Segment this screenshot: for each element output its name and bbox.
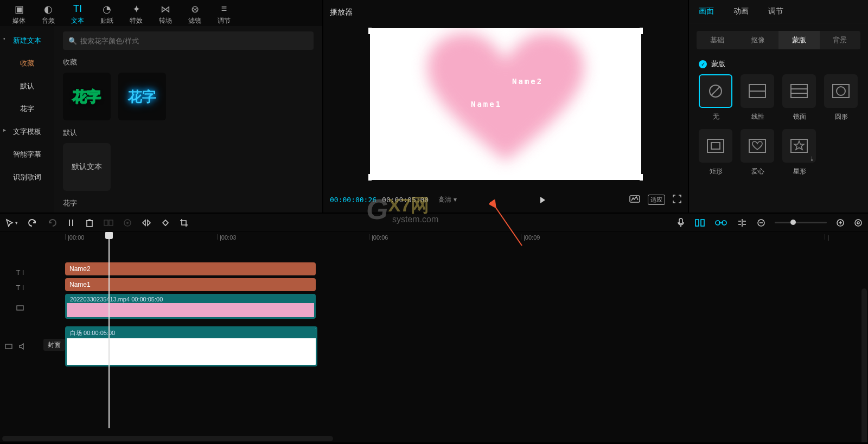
text-icon: TI <box>73 3 82 15</box>
svg-rect-16 <box>109 220 113 226</box>
sidebar-flower[interactable]: 花字 <box>0 98 54 120</box>
cover-button[interactable]: 封面 <box>43 339 65 351</box>
preview-canvas[interactable]: Name1 Name2 <box>370 28 641 180</box>
clip-video[interactable]: 20220330235413.mp4 00:00:05:00 <box>65 294 316 319</box>
section-favorites-title: 收藏 <box>63 57 314 67</box>
time-ruler[interactable]: |00:00 |00:03 |00:06 |00:09 | <box>0 232 864 244</box>
rotate-button[interactable] <box>161 218 170 227</box>
svg-point-30 <box>855 220 861 226</box>
mask-linear[interactable] <box>741 74 774 108</box>
canvas-text-name2[interactable]: Name2 <box>512 77 543 86</box>
timeline-toolbar: ▾ <box>0 213 868 232</box>
delete-button[interactable] <box>85 218 94 227</box>
redo-button[interactable] <box>47 218 57 227</box>
mask-circle[interactable] <box>824 74 858 108</box>
tab-filter[interactable]: ⊛滤镜 <box>180 2 209 26</box>
fav-style-2[interactable]: 花字 <box>118 73 166 120</box>
zoom-in[interactable] <box>837 219 844 227</box>
mask-label: 蒙版 <box>711 59 725 69</box>
undo-button[interactable] <box>28 218 37 227</box>
link-button[interactable] <box>715 219 727 227</box>
zoom-fit[interactable] <box>854 218 863 227</box>
tab-transition[interactable]: ⋈转场 <box>151 2 180 26</box>
cursor-tool[interactable]: ▾ <box>5 218 18 227</box>
fit-button[interactable]: 适应 <box>648 195 665 205</box>
svg-rect-20 <box>695 220 699 226</box>
insp-tab-picture[interactable]: 画面 <box>689 0 724 23</box>
mask-mirror[interactable] <box>782 74 816 108</box>
compare-icon[interactable] <box>629 195 640 204</box>
sidebar-favorites[interactable]: 收藏 <box>0 52 54 75</box>
insp-tab-animation[interactable]: 动画 <box>724 0 758 23</box>
search-field[interactable] <box>80 37 308 45</box>
play-button[interactable] <box>540 197 545 203</box>
copy-to-left[interactable] <box>104 219 113 227</box>
tab-sticker[interactable]: ◔贴纸 <box>92 2 122 26</box>
adjust-icon: ≡ <box>221 3 227 15</box>
text-track-icon-2[interactable]: T I <box>0 265 40 280</box>
svg-rect-11 <box>711 143 720 149</box>
text-track-icon-1[interactable]: T I <box>0 280 40 295</box>
zoom-slider[interactable] <box>775 222 827 223</box>
sidebar-recognize-lyrics[interactable]: 识别歌词 <box>0 166 54 189</box>
clip-text-name1[interactable]: Name1 <box>65 278 316 291</box>
tab-effect[interactable]: ✦特效 <box>122 2 151 26</box>
tab-media[interactable]: ▣媒体 <box>4 2 34 26</box>
crop-button[interactable] <box>180 218 188 227</box>
align-button[interactable] <box>737 218 748 227</box>
vertical-scrollbar[interactable] <box>861 234 867 440</box>
zoom-out[interactable] <box>757 219 765 227</box>
svg-line-2 <box>711 87 720 95</box>
playhead[interactable] <box>108 232 110 428</box>
svg-point-18 <box>126 222 129 224</box>
timeline[interactable]: |00:00 |00:03 |00:06 |00:09 | T I T I 封面… <box>0 232 868 442</box>
mask-none[interactable] <box>699 74 732 108</box>
magnet-button[interactable] <box>694 218 705 227</box>
mask-rect[interactable] <box>699 129 732 163</box>
default-text-thumb[interactable]: 默认文本 <box>63 143 111 191</box>
subtab-background[interactable]: 背景 <box>820 31 861 49</box>
canvas-text-name1[interactable]: Name1 <box>471 100 502 108</box>
sidebar-default[interactable]: 默认 <box>0 75 54 98</box>
horizontal-scrollbar[interactable] <box>2 436 857 441</box>
tab-audio[interactable]: ◐音频 <box>34 2 63 26</box>
svg-rect-32 <box>17 306 23 310</box>
sidebar-smart-caption[interactable]: 智能字幕 <box>0 143 54 166</box>
mask-heart[interactable] <box>741 129 774 163</box>
tab-text[interactable]: TI文本 <box>63 2 92 26</box>
fav-style-1[interactable]: 花字 <box>63 73 111 120</box>
clip-main[interactable]: 白场 00:00:05:00 <box>65 326 317 366</box>
tab-adjust[interactable]: ≡调节 <box>209 2 239 26</box>
subtab-basic[interactable]: 基础 <box>697 31 738 49</box>
mask-star[interactable]: ⭳ <box>782 129 816 163</box>
subtab-cutout[interactable]: 抠像 <box>738 31 779 49</box>
main-track-icon[interactable] <box>4 342 13 352</box>
clip-text-name2[interactable]: Name2 <box>65 262 316 275</box>
top-tabs: ▣媒体 ◐音频 TI文本 ◔贴纸 ✦特效 ⋈转场 ⊛滤镜 ≡调节 <box>0 0 322 26</box>
svg-rect-15 <box>104 220 108 226</box>
sidebar-templates[interactable]: ▸文字模板 <box>0 120 54 143</box>
audio-icon: ◐ <box>44 3 53 15</box>
left-panel: ▣媒体 ◐音频 TI文本 ◔贴纸 ✦特效 ⋈转场 ⊛滤镜 ≡调节 •新建文本 收… <box>0 0 323 213</box>
crop-handle-bl[interactable] <box>368 174 372 181</box>
crop-handle-br[interactable] <box>640 174 643 181</box>
freeze-frame[interactable] <box>123 218 132 227</box>
main-track-controls <box>0 326 40 368</box>
split-button[interactable] <box>67 218 75 227</box>
total-duration: 00:00:05:00 <box>382 196 429 204</box>
subtab-mask[interactable]: 蒙版 <box>778 31 820 49</box>
mirror-button[interactable] <box>142 219 151 227</box>
quality-selector[interactable]: 高清 ▾ <box>438 195 456 204</box>
search-input[interactable]: 🔍 <box>63 31 314 50</box>
mute-icon[interactable] <box>18 343 27 352</box>
mask-checkbox[interactable]: ✓ <box>699 60 707 68</box>
insp-tab-adjust[interactable]: 调节 <box>758 0 793 23</box>
mic-button[interactable] <box>677 218 685 228</box>
fullscreen-icon[interactable] <box>673 195 681 205</box>
player-title: 播放器 <box>328 2 684 23</box>
crop-handle-tr[interactable] <box>640 28 643 34</box>
video-track-icon[interactable] <box>0 295 40 321</box>
crop-handle-tl[interactable] <box>368 28 372 34</box>
sidebar-new-text[interactable]: •新建文本 <box>0 29 54 52</box>
transition-icon: ⋈ <box>161 3 170 15</box>
